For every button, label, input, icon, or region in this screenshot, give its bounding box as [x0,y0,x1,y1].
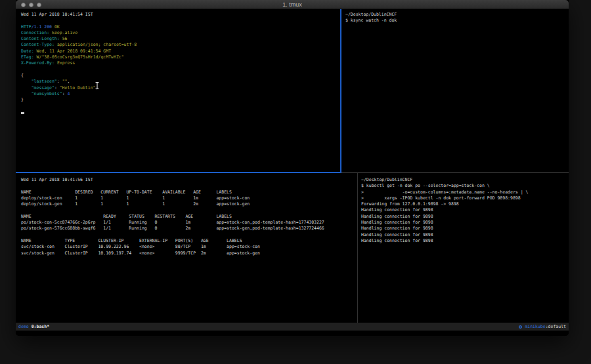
tmux-pane-area: Wed 11 Apr 2018 10:41:54 IST HTTP/1.1 20… [16,9,569,323]
http-header: Connection:keep-alive [21,30,340,36]
http-reason: OK [55,24,60,30]
header-name: Content-Length: [21,36,60,41]
brace: { [21,73,24,78]
header-value: Wed, 11 Apr 2018 09:41:54 GMT [37,49,112,54]
forwarding-line: Forwarding from 127.0.0.1:9898 -> 9898 [361,201,569,207]
header-value: W/"38-05coCsrg3mQ75sHr1d/qcMTwYZc" [37,54,124,60]
blank-line [21,103,340,109]
window-title: 1. tmux [282,0,302,9]
cwd-line: ~/Desktop/DublinCNCF [361,177,569,183]
pod-table-row: po/stock-con-5cc874766c-2p6rp 1/1 Runnin… [21,220,357,226]
http-header: Content-Length:56 [21,36,340,42]
json-key: "numsymbols" [21,91,62,96]
pod-table-header: NAME READY STATUS RESTARTS AGE LABELS [21,214,357,220]
tmux-status-bar: demo 0:bash* minikube:default [16,323,569,331]
handling-line: Handling connection for 9898 [361,214,569,220]
header-name: Date: [21,49,34,54]
svc-table-header: NAME TYPE CLUSTER-IP EXTERNAL-IP PORT(S)… [21,238,357,244]
kube-namespace: :default [546,323,566,331]
pod-table-row: po/stock-gen-576cc688bb-swqf6 1/1 Runnin… [21,226,357,232]
json-sep: : [57,79,62,84]
command-line: $ ksync watch -n dok [345,18,569,24]
header-value: 56 [62,36,68,41]
command-continuation: > xargs -IPOD kubectl -n dok port-forwar… [361,195,569,201]
json-close-brace: } [21,97,340,103]
terminal-bottom-padding [16,331,569,336]
traffic-lights [21,0,41,9]
blank-line [21,207,357,213]
header-value: Express [57,60,75,66]
pane-divider-vertical-bottom[interactable] [357,173,358,323]
command-continuation: > -o=custom-columns=:metadata.name --no-… [361,190,569,195]
header-name: Content-Type: [21,42,55,47]
handling-line: Handling connection for 9898 [361,226,569,232]
json-value: "Hello Dublin" [60,85,96,91]
json-line: "numsymbols": 4 [21,91,340,97]
terminal-window: 1. tmux Wed 11 Apr 2018 10:41:54 IST HTT… [16,0,569,336]
pane-ksync-watch[interactable]: ~/Desktop/DublinCNCF $ ksync watch -n do… [341,9,569,172]
blank-line [21,183,357,189]
terminal-cursor [21,112,24,114]
pane-divider-horizontal[interactable] [341,172,569,173]
header-value: application/json; charset=utf-8 [57,42,137,47]
minimize-button[interactable] [29,3,33,7]
pane-port-forward[interactable]: ~/Desktop/DublinCNCF $ kubectl get -n do… [358,173,569,323]
json-line: "lastseen": "", [21,79,340,85]
header-name: ETag: [21,54,34,60]
handling-line: Handling connection for 9898 [361,238,569,244]
json-line: "message": "Hello Dublin", [21,85,340,91]
header-value: keep-alive [52,30,77,35]
json-open-brace: { [21,73,340,79]
cwd-line: ~/Desktop/DublinCNCF [345,12,569,18]
kube-context: minikube [525,323,545,331]
http-header: Date:Wed, 11 Apr 2018 09:41:54 GMT [21,49,340,54]
http-proto: HTTP [21,24,32,30]
kubernetes-helm-icon [519,325,522,329]
zoom-button[interactable] [37,3,41,7]
pane-divider-vertical-top[interactable] [340,9,341,172]
blank-line [21,232,357,238]
blank-line [21,18,340,24]
http-header: ETag:W/"38-05coCsrg3mQ75sHr1d/qcMTwYZc" [21,54,340,60]
prompt-line [21,110,340,115]
status-right: minikube:default [519,323,566,331]
json-value: 4 [67,91,70,96]
pane-divider-horizontal-active[interactable] [16,172,341,173]
mouse-ibeam-cursor [95,81,100,90]
deploy-table-row: deploy/stock-gen 1 1 1 1 2m app=stock-ge… [21,201,357,207]
header-name: X-Powered-By: [21,60,55,66]
window-tab-bash[interactable]: 0:bash* [32,323,49,331]
json-key: "message" [21,85,55,91]
command-line: $ kubectl get -n dok po --selector=app=s… [361,183,569,189]
deploy-table-header: NAME DESIRED CURRENT UP-TO-DATE AVAILABL… [21,190,357,195]
timestamp: Wed 11 Apr 2018 10:41:56 IST [21,177,357,183]
pane-kubectl-get[interactable]: Wed 11 Apr 2018 10:41:56 IST NAME DESIRE… [16,173,357,323]
svc-table-row: svc/stock-gen ClusterIP 10.109.197.74 <n… [21,251,357,256]
brace: } [21,97,24,102]
status-left: demo 0:bash* [18,323,49,331]
blank-line [21,67,340,73]
http-status-line: HTTP/1.1 200 OK [21,24,340,30]
deploy-table-row: deploy/stock-con 1 1 1 1 1m app=stock-co… [21,195,357,201]
handling-line: Handling connection for 9898 [361,207,569,213]
json-sep: : [55,85,60,91]
header-name: Connection: [21,30,49,35]
session-name: demo [18,323,29,331]
json-key: "lastseen" [21,79,57,84]
http-version-code: /1.1 200 [32,24,55,30]
handling-line: Handling connection for 9898 [361,220,569,226]
json-comma: , [67,79,70,84]
handling-line: Handling connection for 9898 [361,232,569,238]
window-titlebar[interactable]: 1. tmux [16,0,569,9]
close-button[interactable] [21,3,26,7]
http-header: X-Powered-By:Express [21,60,340,66]
pane-http-response[interactable]: Wed 11 Apr 2018 10:41:54 IST HTTP/1.1 20… [16,9,340,172]
svc-table-row: svc/stock-con ClusterIP 10.99.222.96 <no… [21,244,357,250]
timestamp: Wed 11 Apr 2018 10:41:54 IST [21,12,340,18]
http-header: Content-Type:application/json; charset=u… [21,42,340,48]
